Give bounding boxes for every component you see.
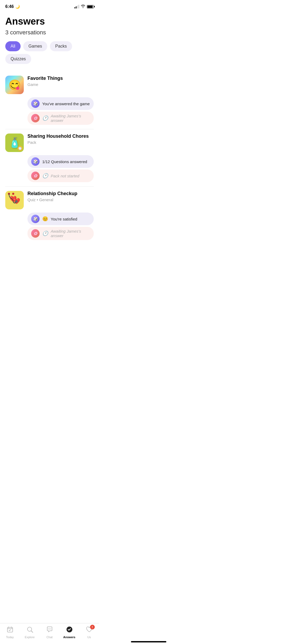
- clock-icon: 🕐: [42, 173, 48, 179]
- status-row-their: 🌸 🕐 Awaiting James's answer: [27, 112, 94, 125]
- wifi-icon: [81, 4, 85, 9]
- conversation-list: 😋 Favorite Things Game 🎲 You've answered…: [5, 71, 94, 244]
- status-icons: [74, 4, 94, 9]
- conversation-title: Relationship Checkup: [27, 191, 94, 196]
- status-bar: 6:46 🌙: [0, 0, 99, 12]
- conversation-thumb-chores: 🧴 🕐: [5, 134, 24, 152]
- status-text-my: 1/12 Questions answered: [42, 159, 87, 164]
- list-item[interactable]: 🧴 🕐 Sharing Household Chores Pack 🎲 1/12…: [5, 129, 94, 186]
- page-title: Answers: [5, 16, 94, 27]
- signal-bar-3: [77, 6, 78, 8]
- filter-quizzes[interactable]: Quizzes: [5, 54, 31, 64]
- svg-point-1: [12, 193, 14, 195]
- signal-bar-4: [78, 5, 79, 8]
- chores-badge-icon: 🕐: [17, 146, 23, 151]
- status-rows: 🎲 You've answered the game 🌸 🕐 Awaiting …: [27, 97, 94, 125]
- avatar-their: 🌸: [31, 114, 40, 122]
- list-item[interactable]: 😋 Favorite Things Game 🎲 You've answered…: [5, 71, 94, 129]
- status-text-their: Awaiting James's answer: [51, 114, 90, 123]
- filter-packs[interactable]: Packs: [50, 41, 72, 51]
- status-time: 6:46: [5, 4, 14, 9]
- avatar-their: 🌸: [31, 172, 40, 180]
- status-text-their: Awaiting James's answer: [51, 229, 90, 238]
- clock-icon: 🕐: [42, 231, 48, 236]
- conversations-count: 3 conversations: [5, 29, 94, 36]
- conversation-meta: Relationship Checkup Quiz • General: [27, 191, 94, 202]
- conversation-thumb-favorite: 😋: [5, 76, 24, 94]
- status-row-their: 🌸 🕐 Pack not started: [27, 169, 94, 182]
- avatar-my: 🎲: [31, 99, 40, 108]
- conversation-meta: Sharing Household Chores Pack: [27, 134, 94, 145]
- svg-point-2: [15, 200, 18, 203]
- avatar-my: 🎲: [31, 215, 40, 223]
- signal-bars-icon: [74, 5, 79, 8]
- conversation-type: Quiz • General: [27, 197, 94, 202]
- status-text-my: You're satisfied: [51, 217, 77, 221]
- list-item[interactable]: ❤️ ❤️ Relationship Chec: [5, 186, 94, 244]
- moon-icon: 🌙: [15, 4, 20, 9]
- signal-bar-2: [76, 6, 77, 8]
- conversation-meta: Favorite Things Game: [27, 76, 94, 87]
- conversation-thumb-relationship: ❤️ ❤️: [5, 191, 24, 209]
- clock-icon: 🕐: [42, 115, 48, 121]
- status-row-their: 🌸 🕐 Awaiting James's answer: [27, 227, 94, 240]
- status-row-my: 🎲 You've answered the game: [27, 97, 94, 110]
- conversation-title: Sharing Household Chores: [27, 134, 94, 139]
- status-text-their: Pack not started: [51, 174, 79, 178]
- filter-games[interactable]: Games: [23, 41, 48, 51]
- main-content: Answers 3 conversations All Games Packs …: [0, 12, 99, 268]
- conversation-title: Favorite Things: [27, 76, 94, 81]
- status-rows: 🎲 1/12 Questions answered 🌸 🕐 Pack not s…: [27, 155, 94, 182]
- battery-icon: [87, 5, 94, 8]
- filter-pills: All Games Packs Quizzes: [5, 41, 94, 64]
- avatar-their: 🌸: [31, 229, 40, 238]
- status-row-my: 🎲 😊 You're satisfied: [27, 213, 94, 225]
- satisfied-icon: 😊: [42, 216, 48, 222]
- status-row-my: 🎲 1/12 Questions answered: [27, 155, 94, 168]
- status-text-my: You've answered the game: [42, 102, 90, 106]
- conversation-type: Pack: [27, 140, 94, 145]
- status-rows: 🎲 😊 You're satisfied 🌸 🕐 Awaiting James'…: [27, 213, 94, 240]
- signal-bar-1: [74, 7, 75, 8]
- conversation-type: Game: [27, 82, 94, 87]
- filter-all[interactable]: All: [5, 41, 21, 51]
- avatar-my: 🎲: [31, 157, 40, 166]
